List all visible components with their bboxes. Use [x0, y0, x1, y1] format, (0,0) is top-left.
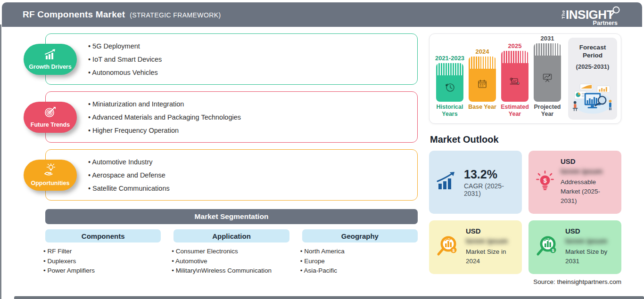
- cagr-text: 13.2% CAGR (2025-2031): [464, 168, 515, 197]
- market-size-2031-text: USD lorem ipsum Market Size by 2031: [565, 227, 615, 267]
- bulb-hand-icon: [43, 163, 58, 179]
- bullet-item: Automotive: [172, 257, 289, 267]
- timeline-bar-estimated: 2025 Estimated Year: [501, 42, 528, 119]
- timeline-bar-base: 2024 Base Year: [469, 48, 496, 119]
- bar-body: [534, 56, 561, 102]
- bullet-item: IoT and Smart Devices: [88, 53, 162, 66]
- bullet-item: Autonomous Vehicles: [88, 66, 162, 79]
- calendar-icon: [476, 78, 488, 92]
- growth-chart-icon: [43, 48, 58, 63]
- source-text: Source: theinsightpartners.com: [429, 278, 621, 285]
- timeline-year: 2031: [541, 35, 554, 42]
- timeline-bars: 2021-2023 Historical Years 20: [433, 38, 564, 120]
- bottom-bar: [14, 296, 644, 299]
- future-trends-list: Miniaturization and Integration Advanced…: [88, 97, 241, 137]
- magnifier-chart-icon: $: [535, 234, 560, 260]
- badge-label: Growth Drivers: [29, 64, 71, 70]
- page-title: RF Components Market: [23, 9, 125, 20]
- laptop-gear-icon: [508, 75, 521, 89]
- column-header: Components: [45, 229, 161, 242]
- future-trends-badge: Future Trends: [24, 102, 77, 133]
- research-timeline-card: 2021-2023 Historical Years 20: [429, 33, 621, 124]
- column-header: Geography: [302, 229, 418, 242]
- forecast-period-panel: Forecast Period (2025-2031): [568, 38, 617, 120]
- geography-list: North America Europe Asia-Pacific: [300, 247, 418, 276]
- masked-value: lorem ipsum: [561, 167, 615, 175]
- application-list: Consumer Electronics Automotive Military…: [172, 247, 289, 276]
- timeline-label: Projected Year: [530, 104, 564, 119]
- market-outlook-title: Market Outlook: [430, 134, 621, 145]
- page-subtitle: (STRATEGIC FRAMEWORK): [130, 11, 221, 19]
- insight-partners-logo: The INSIGHT Partners: [561, 8, 620, 21]
- future-trends-box: Miniaturization and Integration Advanced…: [45, 91, 418, 143]
- market-size-2024-text: USD lorem ipsum Market Size in 2024: [466, 227, 515, 267]
- infographic-page: RF Components Market (STRATEGIC FRAMEWOR…: [0, 0, 644, 299]
- bullet-item: Higher Frequency Operation: [88, 124, 241, 137]
- cagr-label: CAGR (2025-2031): [464, 182, 515, 197]
- right-column: 2021-2023 Historical Years 20: [429, 33, 621, 285]
- bar-body: [469, 69, 496, 102]
- svg-text:$: $: [543, 177, 547, 184]
- opportunities-box: Automotive Industry Aerospace and Defens…: [45, 149, 418, 201]
- timeline-bar-rect: [436, 63, 463, 102]
- column-application: Application Consumer Electronics Automot…: [172, 229, 289, 276]
- bar-body: [501, 63, 528, 102]
- addressable-market-text: USD lorem ipsum Addressable Market (2025…: [561, 157, 615, 207]
- card-label: Market Size by 2031: [565, 247, 615, 266]
- timeline-bar-rect: [501, 51, 528, 102]
- magnifier-chart-icon: $: [436, 234, 460, 260]
- masked-value: lorem ipsum: [466, 237, 515, 245]
- bar-stripes: [534, 43, 561, 56]
- left-edge-line: [0, 24, 1, 299]
- bar-stripes: [501, 51, 528, 63]
- bullet-item: Advanced Materials and Packaging Technol…: [88, 111, 241, 124]
- badge-label: Opportunities: [31, 180, 70, 186]
- masked-value: lorem ipsum: [565, 237, 615, 245]
- bullet-item: Europe: [300, 257, 418, 267]
- target-dart-icon: [43, 106, 58, 121]
- bullet-item: Satellite Communications: [88, 182, 170, 195]
- bar-body: [436, 75, 463, 102]
- timeline-bar-historical: 2021-2023 Historical Years: [436, 55, 463, 119]
- segmentation-columns: Components RF Filter Duplexers Power Amp…: [23, 229, 418, 276]
- timeline-bar-rect: [469, 57, 496, 102]
- header: RF Components Market (STRATEGIC FRAMEWOR…: [2, 2, 642, 27]
- timeline-year: 2024: [476, 48, 489, 55]
- currency-label: USD: [561, 157, 615, 165]
- bullet-item: Consumer Electronics: [172, 247, 289, 257]
- market-outlook-grid: 13.2% CAGR (2025-2031) $ USD lorem ipsum…: [429, 151, 621, 274]
- currency-label: USD: [466, 227, 515, 235]
- section-growth-drivers: Growth Drivers 5G Deployment IoT and Sma…: [45, 33, 418, 85]
- left-column: Growth Drivers 5G Deployment IoT and Sma…: [23, 33, 418, 285]
- bullet-item: Power Amplifiers: [43, 266, 161, 276]
- cagr-card: 13.2% CAGR (2025-2031): [429, 151, 522, 214]
- bullet-item: Aerospace and Defense: [88, 169, 170, 182]
- growth-drivers-box: 5G Deployment IoT and Smart Devices Auto…: [45, 33, 418, 85]
- projection-screen-icon: [541, 72, 553, 86]
- header-title-wrap: RF Components Market (STRATEGIC FRAMEWOR…: [23, 9, 221, 20]
- cagr-value: 13.2%: [464, 168, 515, 181]
- currency-label: USD: [565, 227, 615, 235]
- logo-the: The: [561, 10, 566, 19]
- svg-text:$: $: [452, 248, 454, 253]
- forecast-period-range: (2025-2031): [576, 63, 610, 70]
- clock-history-icon: [444, 81, 456, 96]
- forecast-period-title: Forecast Period: [576, 43, 609, 59]
- market-segmentation-bar: Market Segmentation: [45, 209, 418, 224]
- market-size-2024-card: $ USD lorem ipsum Market Size in 2024: [429, 220, 522, 274]
- timeline-year: 2025: [508, 42, 522, 49]
- bullet-item: Duplexers: [43, 257, 161, 267]
- svg-text:$: $: [552, 248, 554, 253]
- market-segmentation-title: Market Segmentation: [195, 212, 269, 221]
- timeline-label: Base Year: [465, 104, 499, 119]
- card-label: Addressable Market (2025-2031): [561, 178, 615, 206]
- logo-partners: Partners: [593, 19, 618, 26]
- timeline-label: Estimated Year: [498, 104, 532, 119]
- bullet-item: 5G Deployment: [88, 40, 162, 53]
- market-size-2031-card: $ USD lorem ipsum Market Size by 2031: [528, 220, 621, 274]
- column-header: Application: [173, 229, 289, 242]
- bar-stripes: [469, 57, 496, 69]
- timeline-label: Historical Years: [433, 104, 467, 119]
- badge-label: Future Trends: [31, 121, 70, 128]
- card-label: Market Size in 2024: [466, 247, 515, 266]
